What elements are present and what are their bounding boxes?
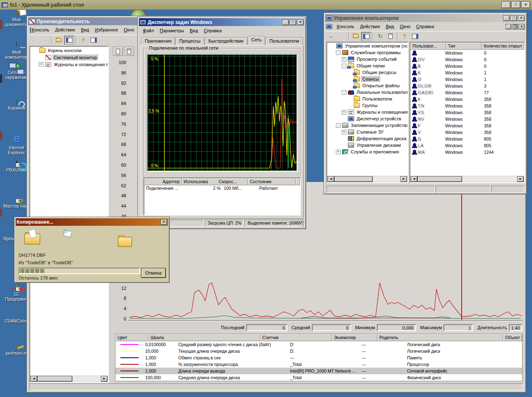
sessions-column-header[interactable]: Тип bbox=[446, 43, 482, 50]
session-row[interactable]: MA Windows 1244 bbox=[410, 149, 524, 155]
refresh-icon[interactable] bbox=[375, 32, 385, 41]
session-row[interactable]: OV Windows 0 bbox=[410, 56, 524, 63]
cm-tree-item[interactable]: Общие ресурсы bbox=[327, 69, 407, 76]
close-button[interactable]: × bbox=[518, 15, 525, 21]
task-manager-titlebar[interactable]: Диспетчер задач Windows _ □ × bbox=[139, 18, 304, 26]
session-row[interactable]: OLOR Windows 3 bbox=[410, 83, 524, 89]
menu-item[interactable]: Избранное bbox=[92, 26, 121, 33]
adapter-column-header[interactable]: Адаптер bbox=[144, 178, 182, 185]
counter-column-header[interactable]: Цвет bbox=[115, 334, 149, 341]
mdi-close-button[interactable]: × bbox=[519, 24, 525, 29]
cancel-button[interactable]: Отмена bbox=[141, 268, 166, 278]
show-console-tree-icon[interactable] bbox=[361, 32, 371, 41]
menu-item[interactable]: Консоль bbox=[334, 23, 357, 30]
cm-tree-item[interactable]: Группы bbox=[327, 102, 407, 109]
tree-expand-toggle[interactable]: + bbox=[342, 110, 346, 115]
maximize-button[interactable]: □ bbox=[510, 15, 517, 21]
back-icon[interactable] bbox=[29, 36, 39, 45]
cm-tree-item[interactable]: - Служебные программы bbox=[327, 49, 407, 56]
close-button[interactable]: × bbox=[161, 219, 167, 225]
tree-expand-toggle[interactable]: + bbox=[39, 62, 43, 67]
session-row[interactable]: B Windows 0 bbox=[410, 63, 524, 69]
counter-column-header[interactable]: Экземпляр bbox=[332, 334, 377, 341]
tab[interactable]: Сеть bbox=[248, 36, 265, 45]
session-row[interactable]: K Windows 1 bbox=[410, 69, 524, 76]
new-counter-set-icon[interactable] bbox=[113, 47, 123, 56]
menu-item[interactable]: Справка bbox=[201, 27, 225, 34]
cm-tree-item[interactable]: - Запоминающие устройства bbox=[327, 122, 407, 129]
scroll-right-icon[interactable]: ► bbox=[400, 176, 407, 182]
tree-expand-toggle[interactable]: - bbox=[336, 123, 340, 128]
tree-expand-toggle[interactable]: + bbox=[342, 130, 346, 134]
computer-management-titlebar[interactable]: Управление компьютером _ □ × bbox=[325, 14, 525, 22]
sessions-horizontal-scrollbar[interactable]: ◄ ► bbox=[410, 176, 524, 182]
menu-item[interactable]: Файл bbox=[140, 27, 157, 34]
clear-display-icon[interactable] bbox=[124, 47, 134, 56]
session-row[interactable]: TN Windows 358 bbox=[410, 103, 524, 109]
close-button[interactable]: × bbox=[297, 19, 304, 25]
tree-expand-toggle[interactable]: - bbox=[342, 90, 346, 95]
session-row[interactable]: Windows 0 bbox=[410, 50, 524, 56]
tree-expand-toggle[interactable]: - bbox=[336, 50, 340, 55]
cm-tree-item[interactable]: Сеансы bbox=[327, 76, 407, 82]
scroll-left-icon[interactable]: ◄ bbox=[328, 176, 334, 182]
counter-column-header[interactable]: Счетчик bbox=[260, 334, 332, 341]
counter-row[interactable]: 10,000 Текущая длина очереди диска D: --… bbox=[115, 348, 522, 354]
adapter-column-header[interactable]: Скорос... bbox=[208, 178, 248, 185]
cm-tree-item[interactable]: Дефрагментация диска bbox=[327, 135, 407, 142]
tree-horizontal-scrollbar[interactable]: ◄ ► bbox=[30, 375, 108, 382]
scroll-left-icon[interactable]: ◄ bbox=[31, 376, 37, 382]
up-folder-icon[interactable] bbox=[54, 36, 64, 45]
export-list-icon[interactable] bbox=[386, 32, 395, 41]
show-console-tree-icon[interactable] bbox=[64, 36, 74, 45]
session-row[interactable]: F Windows 358 bbox=[410, 122, 524, 129]
console-tree-item[interactable]: Корень консоли bbox=[30, 47, 108, 54]
cm-tree-item[interactable]: - Общие папки bbox=[327, 62, 407, 69]
session-row[interactable]: VS Windows 358 bbox=[410, 109, 524, 116]
cm-tree-item[interactable]: Управление дисками bbox=[327, 142, 407, 148]
counter-row[interactable]: 1,000 % загруженности процессора _Total … bbox=[115, 361, 522, 368]
menu-item[interactable]: Действие bbox=[357, 23, 383, 30]
cm-tree-item[interactable]: Диспетчер устройств bbox=[327, 115, 407, 122]
session-row[interactable]: K Windows 358 bbox=[410, 96, 524, 103]
remote-minimize-button[interactable]: _ bbox=[501, 1, 510, 8]
tab[interactable]: Быстродействие bbox=[205, 37, 247, 45]
cm-tree-item[interactable]: + Просмотр событий bbox=[327, 56, 407, 62]
session-row[interactable]: LA Windows 805 bbox=[410, 142, 524, 149]
session-row[interactable]: V Windows 358 bbox=[410, 129, 524, 136]
minimize-button[interactable]: _ bbox=[503, 15, 510, 21]
tab[interactable]: Приложения bbox=[141, 37, 175, 45]
counter-row[interactable]: 0,0100000 Средний размер одного чтения с… bbox=[115, 341, 522, 348]
tree-expand-toggle[interactable]: - bbox=[342, 64, 346, 68]
help-icon[interactable] bbox=[400, 32, 410, 41]
show-right-pane-icon[interactable] bbox=[410, 32, 420, 41]
counter-column-header[interactable]: Родитель bbox=[377, 334, 503, 341]
menu-item[interactable]: Окно bbox=[121, 26, 137, 33]
counter-row[interactable]: 100,000 Средняя длина очереди диска _Tot… bbox=[115, 374, 522, 381]
sessions-column-header[interactable]: Пользоват... bbox=[410, 43, 446, 50]
cm-tree-item[interactable]: + Журналы и оповещения пр bbox=[327, 109, 407, 115]
adapter-column-header[interactable]: Состояние bbox=[248, 178, 296, 185]
session-row[interactable]: OADRI Windows 77 bbox=[410, 89, 524, 96]
sessions-column-header[interactable]: Количество открыт bbox=[482, 43, 524, 50]
cm-tree-horizontal-scrollbar[interactable]: ◄ ► bbox=[327, 176, 407, 182]
scroll-right-icon[interactable]: ► bbox=[517, 176, 524, 182]
adapter-row[interactable]: Подключение ... 2 % 100 Мб... Работает bbox=[144, 185, 300, 192]
tab[interactable]: Процессы bbox=[175, 37, 204, 45]
forward-icon[interactable] bbox=[40, 36, 50, 45]
menu-item[interactable]: Действие bbox=[52, 26, 78, 33]
session-row[interactable]: G Windows 805 bbox=[410, 136, 524, 142]
counter-column-header[interactable]: Объект bbox=[503, 334, 522, 341]
menu-item[interactable]: Вид bbox=[383, 23, 397, 30]
console-tree-item[interactable]: Системный монитор bbox=[30, 54, 108, 61]
cm-tree-item[interactable]: - Локальные пользователи bbox=[327, 89, 407, 96]
up-folder-icon[interactable] bbox=[351, 32, 361, 41]
show-right-pane-icon[interactable] bbox=[89, 36, 98, 45]
menu-item[interactable]: Окно bbox=[397, 23, 414, 30]
minimize-button[interactable]: _ bbox=[282, 19, 289, 25]
scroll-left-icon[interactable]: ◄ bbox=[411, 176, 417, 182]
session-row[interactable]: O Windows 1 bbox=[410, 76, 524, 83]
back-icon[interactable] bbox=[326, 32, 336, 41]
cm-tree-item[interactable]: Открытые файлы bbox=[327, 82, 407, 89]
menu-item[interactable]: Консоль bbox=[29, 26, 52, 33]
